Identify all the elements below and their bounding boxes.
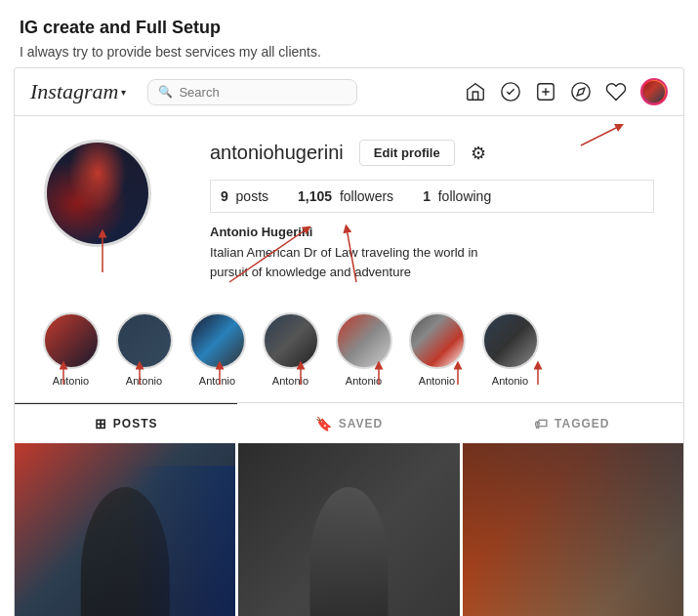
instagram-nav: Instagram ▾ 🔍 [15,68,683,116]
story-label-5: Antonio [346,375,382,387]
nav-icons [465,78,668,105]
story-circle-3[interactable] [189,312,246,369]
saved-tab-label: SAVED [339,417,383,431]
page-subtitle: I always try to provide best services my… [20,44,678,60]
tab-saved[interactable]: 🔖 SAVED [237,403,460,443]
story-item-7[interactable]: Antonio [473,312,547,387]
story-circle-1[interactable] [43,312,100,369]
story-circle-7[interactable] [482,312,539,369]
story-label-7: Antonio [492,375,528,387]
story-circle-2[interactable] [116,312,173,369]
profile-section: antoniohugerini Edit profile ⚙ 9 posts 1… [15,116,683,297]
story-item-2[interactable]: Antonio [107,312,181,387]
story-circle-5[interactable] [336,312,392,369]
username: antoniohugerini [210,142,344,164]
story-label-3: Antonio [199,375,235,387]
posts-label: posts [236,188,268,204]
story-item-5[interactable]: Antonio [327,312,400,387]
svg-point-4 [572,83,590,101]
search-bar: 🔍 [147,79,357,105]
edit-profile-button[interactable]: Edit profile [359,140,455,166]
profile-avatar[interactable] [44,140,151,247]
story-label-4: Antonio [272,375,308,387]
content-tabs: ⊞ POSTS 🔖 SAVED 🏷 TAGGED [15,402,683,443]
followers-label: followers [340,188,393,204]
followers-stat: 1,105 followers [298,188,393,204]
posts-stat: 9 posts [221,188,268,204]
photo-grid [15,443,683,616]
story-label-6: Antonio [419,375,455,387]
following-label: following [438,188,491,204]
settings-icon[interactable]: ⚙ [471,143,486,164]
story-label-2: Antonio [126,375,162,387]
heart-icon[interactable] [605,81,627,103]
instagram-ui: Instagram ▾ 🔍 [14,67,684,616]
page-header: IG create and Full Setup I always try to… [0,0,698,67]
story-label-1: Antonio [53,375,89,387]
messenger-icon[interactable] [500,81,521,103]
posts-tab-icon: ⊞ [95,416,107,431]
search-icon: 🔍 [158,85,173,99]
posts-tab-label: POSTS [113,417,158,431]
bio-name: Antonio Hugerini [210,225,654,239]
profile-info: antoniohugerini Edit profile ⚙ 9 posts 1… [210,140,654,281]
tagged-tab-icon: 🏷 [534,416,549,431]
page-title: IG create and Full Setup [20,18,678,38]
grid-item-3[interactable] [463,443,683,616]
story-item-3[interactable]: Antonio [181,312,254,387]
profile-stats: 9 posts 1,105 followers 1 following [210,180,654,213]
story-item-4[interactable]: Antonio [254,312,327,387]
grid-item-2[interactable] [238,443,459,616]
profile-container: antoniohugerini Edit profile ⚙ 9 posts 1… [15,116,683,297]
saved-tab-icon: 🔖 [315,416,333,431]
search-input[interactable] [179,85,347,100]
tab-posts[interactable]: ⊞ POSTS [15,403,237,443]
posts-count: 9 [221,188,228,204]
bio-text: Italian American Dr of Law traveling the… [210,243,654,281]
grid-item-1[interactable] [15,443,235,616]
profile-avatar-nav[interactable] [640,78,668,105]
add-icon[interactable] [535,81,556,103]
story-circle-4[interactable] [263,312,319,369]
story-circle-6[interactable] [409,312,466,369]
followers-count: 1,105 [298,188,332,204]
stories-section: Antonio Antonio Antonio Antonio Antonio … [15,297,683,394]
following-count: 1 [423,188,431,204]
instagram-logo[interactable]: Instagram ▾ [30,79,126,104]
following-stat: 1 following [423,188,491,204]
grid-photo-3 [463,443,683,616]
logo-chevron: ▾ [121,87,126,98]
tagged-tab-label: TAGGED [554,417,609,431]
story-item-1[interactable]: Antonio [34,312,107,387]
home-icon[interactable] [465,81,486,103]
grid-photo-1 [15,443,235,616]
grid-photo-2 [238,443,459,616]
tab-tagged[interactable]: 🏷 TAGGED [461,403,683,443]
avatar-img [47,143,148,244]
logo-text: Instagram [30,79,118,104]
profile-top: antoniohugerini Edit profile ⚙ [210,140,654,166]
story-item-6[interactable]: Antonio [400,312,473,387]
profile-avatar-wrap [44,140,151,281]
compass-icon[interactable] [570,81,592,103]
stories-row: Antonio Antonio Antonio Antonio Antonio … [15,297,683,394]
avatar-image [643,81,665,103]
